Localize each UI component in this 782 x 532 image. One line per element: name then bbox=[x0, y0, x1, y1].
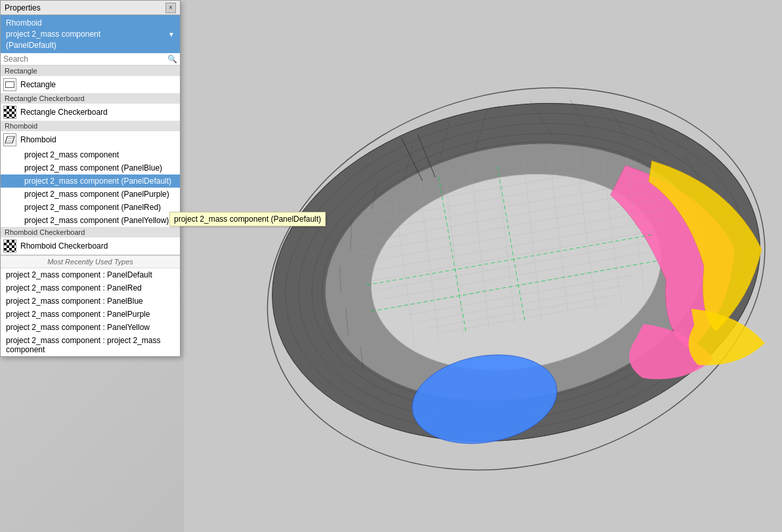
category-rectangle-checkerboard: Rectangle Checkerboard bbox=[1, 93, 180, 104]
tooltip: project 2_mass component (PanelDefault) bbox=[169, 212, 326, 226]
panel-title: Properties bbox=[5, 3, 41, 12]
panel-titlebar: Properties × bbox=[1, 1, 180, 15]
mru-item-1[interactable]: project 2_mass component : PanelRed bbox=[1, 281, 180, 295]
svg-line-60 bbox=[12, 136, 14, 143]
category-rhomboid: Rhomboid bbox=[1, 121, 180, 131]
sub-item-panel-blue[interactable]: project 2_mass component (PanelBlue) bbox=[1, 161, 180, 174]
mru-item-2[interactable]: project 2_mass component : PanelBlue bbox=[1, 295, 180, 308]
list-item-rectangle-checkerboard[interactable]: Rectangle Checkerboard bbox=[1, 104, 180, 121]
sub-item-panel-purple[interactable]: project 2_mass component (PanelPurple) bbox=[1, 188, 180, 201]
list-item-rectangle[interactable]: Rectangle bbox=[1, 76, 180, 93]
rhomboid-checkerboard-label: Rhomboid Checkerboard bbox=[20, 241, 108, 251]
list-item-rhomboid[interactable]: Rhomboid bbox=[1, 131, 180, 148]
sub-item-mass-component[interactable]: project 2_mass component bbox=[1, 148, 180, 161]
rectangle-checkerboard-icon bbox=[3, 106, 16, 119]
selected-type-line3: (PanelDefault) bbox=[6, 40, 100, 51]
search-input[interactable] bbox=[3, 54, 167, 64]
sub-item-panel-yellow[interactable]: project 2_mass component (PanelYellow) bbox=[1, 214, 180, 227]
list-item-rhomboid-checkerboard[interactable]: Rhomboid Checkerboard bbox=[1, 237, 180, 255]
rectangle-label: Rectangle bbox=[20, 80, 56, 89]
svg-marker-58 bbox=[5, 136, 14, 143]
dropdown-list[interactable]: Rectangle Rectangle Rectangle Checkerboa… bbox=[1, 66, 180, 255]
mru-item-4[interactable]: project 2_mass component : PanelYellow bbox=[1, 321, 180, 334]
search-icon[interactable]: 🔍 bbox=[167, 54, 177, 64]
selected-type-line2: project 2_mass component bbox=[6, 29, 100, 40]
rhomboid-label: Rhomboid bbox=[20, 135, 56, 144]
mru-header: Most Recently Used Types bbox=[1, 256, 180, 268]
tooltip-text: project 2_mass component (PanelDefault) bbox=[174, 215, 321, 224]
selected-type-display[interactable]: Rhomboid project 2_mass component (Panel… bbox=[1, 15, 180, 53]
mru-item-5[interactable]: project 2_mass component : project 2_mas… bbox=[1, 334, 180, 356]
properties-panel: Properties × Rhomboid project 2_mass com… bbox=[0, 0, 181, 357]
panel-close-button[interactable]: × bbox=[165, 3, 176, 13]
sub-item-panel-red[interactable]: project 2_mass component (PanelRed) bbox=[1, 201, 180, 214]
rectangle-checkerboard-label: Rectangle Checkerboard bbox=[20, 108, 108, 117]
rectangle-type-icon bbox=[3, 78, 16, 91]
mru-item-0[interactable]: project 2_mass component : PanelDefault bbox=[1, 268, 180, 281]
category-rectangle: Rectangle bbox=[1, 66, 180, 76]
rhomboid-type-icon bbox=[3, 133, 16, 146]
rhomboid-checkerboard-icon bbox=[3, 239, 16, 253]
svg-line-59 bbox=[5, 136, 7, 143]
mru-section: Most Recently Used Types project 2_mass … bbox=[1, 255, 180, 356]
mru-item-3[interactable]: project 2_mass component : PanelPurple bbox=[1, 308, 180, 321]
dropdown-arrow-icon: ▼ bbox=[168, 31, 175, 38]
sub-item-panel-default[interactable]: project 2_mass component (PanelDefault) bbox=[1, 174, 180, 188]
category-rhomboid-checkerboard: Rhomboid Checkerboard bbox=[1, 227, 180, 237]
search-container: 🔍 bbox=[1, 53, 180, 66]
selected-type-line1: Rhomboid bbox=[6, 18, 100, 29]
